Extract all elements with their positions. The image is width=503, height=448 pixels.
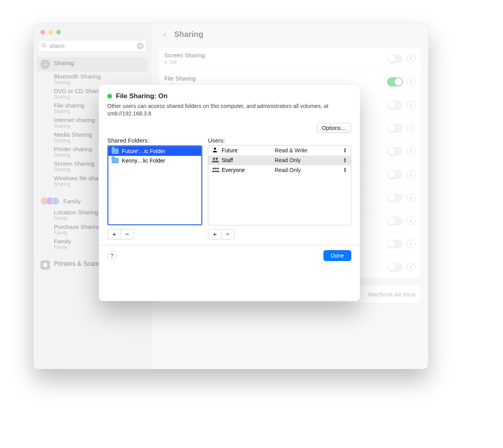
shared-folders-label: Shared Folders:: [107, 137, 202, 144]
svg-rect-5: [44, 266, 46, 267]
sidebar-item-sharing[interactable]: Sharing: [37, 57, 148, 71]
folder-icon: [112, 148, 119, 154]
service-label: Screen Sharing: [164, 52, 205, 59]
folder-name: Future'…ic Folder: [122, 148, 165, 154]
info-button[interactable]: i: [407, 101, 415, 109]
info-button[interactable]: i: [407, 263, 415, 271]
file-sharing-sheet: File Sharing: On Other users can access …: [99, 84, 360, 301]
shared-folder-item[interactable]: Kenny…lic Folder: [108, 156, 201, 165]
service-toggle[interactable]: [387, 240, 403, 249]
folder-name: Kenny…lic Folder: [122, 157, 165, 164]
content-header: Sharing: [151, 24, 428, 44]
page-title: Sharing: [174, 30, 203, 39]
shared-folder-item[interactable]: Future'…ic Folder: [108, 146, 201, 156]
hostname-value: MacBook-Air.local: [368, 291, 415, 298]
service-row: Screen SharingOffi: [159, 47, 421, 70]
service-toggle[interactable]: [387, 147, 403, 156]
info-button[interactable]: i: [407, 216, 415, 225]
search-input[interactable]: [38, 40, 146, 52]
info-button[interactable]: i: [407, 77, 415, 86]
sheet-description: Other users can access shared folders on…: [107, 102, 351, 117]
sheet-title: File Sharing: On: [116, 92, 167, 100]
remove-user-button[interactable]: −: [221, 229, 235, 240]
info-button[interactable]: i: [407, 124, 415, 132]
search-field-wrap: ✕: [38, 40, 146, 52]
permission-value: Read Only: [275, 167, 341, 173]
service-toggle[interactable]: [387, 216, 403, 225]
info-button[interactable]: i: [407, 193, 415, 202]
add-user-button[interactable]: ＋: [208, 229, 221, 240]
svg-point-8: [216, 157, 218, 160]
shared-folders-column: Shared Folders: Future'…ic FolderKenny…l…: [107, 137, 202, 240]
sidebar-subitem[interactable]: Bluetooth SharingSharing: [37, 71, 148, 86]
user-name: Everyone: [222, 167, 245, 173]
info-button[interactable]: i: [407, 147, 415, 155]
service-label: File Sharing: [164, 75, 196, 82]
user-item[interactable]: EveryoneRead Only▲▼: [208, 165, 351, 175]
user-icon: [211, 147, 218, 154]
sidebar-item-label: Sharing: [54, 60, 74, 66]
svg-point-9: [213, 168, 215, 170]
sharing-icon: [40, 60, 50, 69]
permission-value: Read Only: [275, 157, 341, 163]
service-toggle[interactable]: [387, 124, 403, 133]
service-toggle[interactable]: [387, 263, 403, 272]
svg-point-11: [217, 168, 219, 170]
folder-icon: [112, 158, 119, 163]
service-toggle[interactable]: [387, 77, 403, 86]
svg-point-7: [213, 157, 215, 160]
info-button[interactable]: i: [407, 54, 415, 63]
svg-point-10: [215, 168, 217, 170]
minimize-button[interactable]: [48, 30, 53, 35]
shared-folders-list[interactable]: Future'…ic FolderKenny…lic Folder: [107, 145, 202, 225]
info-button[interactable]: i: [407, 170, 415, 179]
service-status: Off: [164, 59, 205, 65]
back-button[interactable]: [161, 30, 169, 39]
status-dot-icon: [107, 94, 112, 99]
users-column: Users: FutureRead & Write▲▼StaffRead Onl…: [208, 137, 351, 240]
svg-point-6: [214, 148, 216, 150]
service-toggle[interactable]: [387, 193, 403, 202]
service-toggle[interactable]: [387, 54, 403, 63]
user-item[interactable]: StaffRead Only▲▼: [208, 155, 351, 165]
options-button[interactable]: Options…: [317, 123, 351, 133]
service-toggle[interactable]: [387, 101, 403, 110]
svg-point-2: [44, 64, 46, 65]
service-toggle[interactable]: [387, 170, 403, 179]
permission-stepper[interactable]: ▲▼: [341, 167, 349, 173]
user-icon: [211, 166, 218, 174]
user-item[interactable]: FutureRead & Write▲▼: [208, 146, 351, 155]
permission-value: Read & Write: [275, 147, 341, 154]
sidebar-item-label: Family: [63, 198, 81, 205]
printer-icon: [40, 260, 50, 270]
family-avatars-icon: [40, 197, 59, 205]
help-button[interactable]: ?: [107, 251, 117, 260]
window-controls: [33, 24, 151, 38]
done-button[interactable]: Done: [323, 250, 351, 261]
add-folder-button[interactable]: ＋: [107, 229, 121, 240]
user-icon: [211, 157, 218, 164]
info-button[interactable]: i: [407, 240, 415, 248]
permission-stepper[interactable]: ▲▼: [341, 157, 349, 163]
remove-folder-button[interactable]: −: [121, 229, 134, 240]
svg-rect-3: [44, 263, 47, 265]
permission-stepper[interactable]: ▲▼: [341, 148, 349, 153]
user-name: Staff: [222, 157, 233, 163]
close-button[interactable]: [40, 30, 45, 35]
zoom-button[interactable]: [56, 30, 61, 35]
users-label: Users:: [208, 137, 351, 144]
user-name: Future: [222, 147, 237, 154]
users-list[interactable]: FutureRead & Write▲▼StaffRead Only▲▼Ever…: [208, 145, 351, 225]
clear-search-button[interactable]: ✕: [137, 42, 144, 49]
